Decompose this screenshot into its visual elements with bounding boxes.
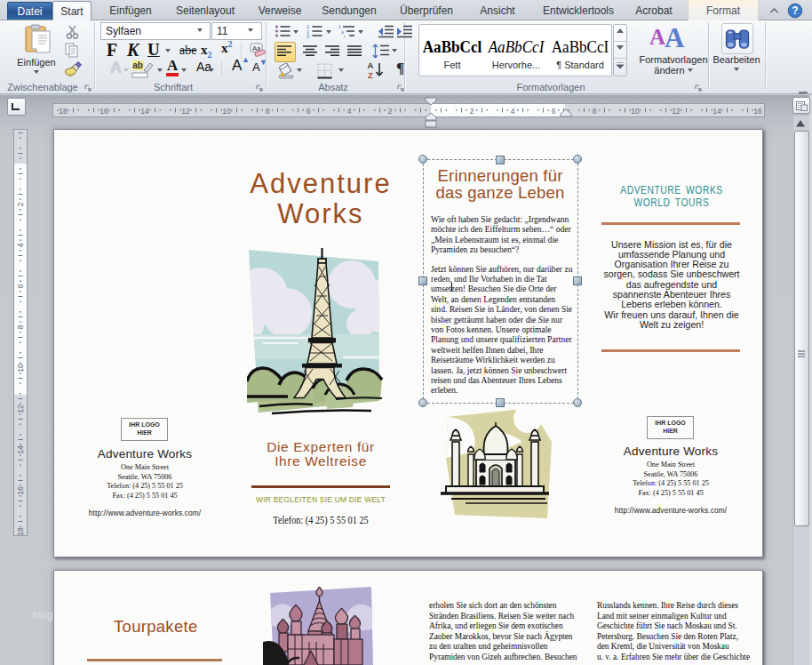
- svg-text:2: 2: [470, 107, 474, 116]
- svg-text:6: 6: [552, 107, 556, 116]
- svg-text:4: 4: [511, 107, 515, 116]
- svg-text:10: 10: [222, 107, 231, 116]
- svg-text:4: 4: [16, 243, 25, 247]
- svg-text:12: 12: [16, 405, 25, 413]
- svg-text:2: 2: [388, 107, 393, 116]
- svg-text:i: i: [344, 34, 345, 38]
- svg-text:16: 16: [753, 107, 762, 116]
- svg-text:8: 8: [593, 107, 597, 116]
- svg-text:14: 14: [140, 107, 149, 116]
- svg-text:6: 6: [306, 107, 311, 116]
- svg-text:4: 4: [347, 107, 352, 116]
- svg-text:?: ?: [792, 4, 798, 17]
- svg-text:16: 16: [100, 107, 108, 116]
- svg-text:2: 2: [16, 202, 25, 206]
- svg-text:3: 3: [306, 34, 309, 38]
- svg-text:14: 14: [712, 107, 721, 116]
- svg-text:ab: ab: [132, 60, 143, 70]
- svg-text:10: 10: [631, 107, 640, 116]
- svg-text:10: 10: [16, 364, 25, 373]
- svg-text:A: A: [368, 60, 374, 70]
- svg-text:16: 16: [16, 486, 25, 495]
- svg-text:18: 18: [16, 527, 25, 536]
- svg-text:14: 14: [16, 445, 25, 454]
- svg-text:12: 12: [181, 107, 190, 116]
- svg-text:12: 12: [672, 107, 681, 116]
- svg-text:8: 8: [266, 107, 270, 116]
- svg-text:Z: Z: [368, 70, 373, 80]
- svg-text:8: 8: [16, 324, 25, 329]
- svg-text:6: 6: [16, 284, 25, 288]
- svg-text:18: 18: [59, 107, 68, 116]
